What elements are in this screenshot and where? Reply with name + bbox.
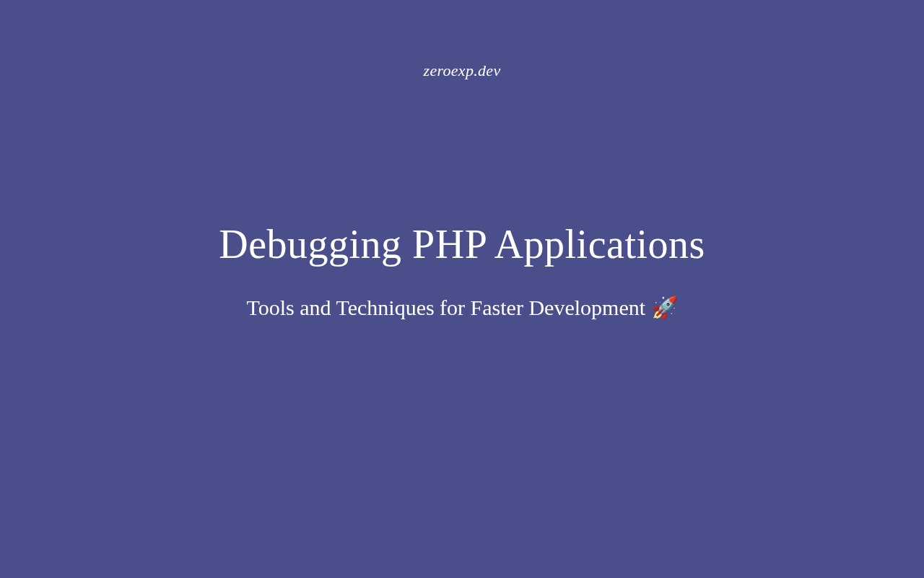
main-content: Debugging PHP Applications Tools and Tec… [219, 221, 705, 320]
page-subtitle: Tools and Techniques for Faster Developm… [246, 295, 677, 320]
page-title: Debugging PHP Applications [219, 221, 705, 267]
site-name: zeroexp.dev [424, 61, 501, 80]
